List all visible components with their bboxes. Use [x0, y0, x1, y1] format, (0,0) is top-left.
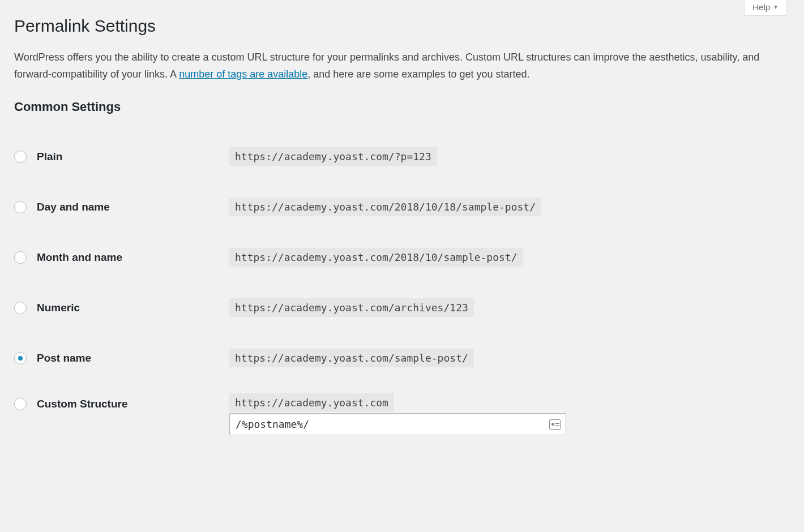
permalink-option-label: Plain	[37, 151, 62, 163]
radio-numeric[interactable]	[14, 302, 27, 314]
permalink-example-numeric: https://academy.yoast.com/archives/123	[229, 298, 474, 317]
permalink-option-numeric[interactable]: Numeric	[14, 302, 224, 314]
help-tab[interactable]: Help ▼	[744, 0, 787, 16]
radio-plain[interactable]	[14, 151, 27, 163]
custom-structure-input[interactable]	[229, 413, 566, 435]
permalink-option-label: Custom Structure	[37, 398, 127, 410]
radio-custom[interactable]	[14, 398, 27, 410]
permalink-option-day-name[interactable]: Day and name	[14, 201, 224, 213]
permalink-example-day-name: https://academy.yoast.com/2018/10/18/sam…	[229, 198, 541, 216]
radio-month-name[interactable]	[14, 251, 27, 264]
permalink-option-month-name[interactable]: Month and name	[14, 251, 224, 264]
permalink-option-label: Day and name	[37, 201, 110, 213]
permalink-example-month-name: https://academy.yoast.com/2018/10/sample…	[229, 248, 523, 267]
permalink-option-label: Post name	[37, 352, 91, 364]
permalink-option-label: Numeric	[37, 302, 80, 314]
permalink-example-plain: https://academy.yoast.com/?p=123	[229, 147, 437, 166]
permalink-option-custom[interactable]: Custom Structure	[14, 396, 224, 410]
page-description: WordPress offers you the ability to crea…	[14, 49, 762, 83]
custom-structure-base-url: https://academy.yoast.com	[229, 393, 394, 412]
permalink-option-label: Month and name	[37, 251, 122, 264]
page-title: Permalink Settings	[14, 11, 790, 38]
permalink-option-post-name[interactable]: Post name	[14, 352, 224, 364]
common-settings-heading: Common Settings	[14, 100, 790, 114]
chevron-down-icon: ▼	[773, 4, 779, 10]
permalink-example-post-name: https://academy.yoast.com/sample-post/	[229, 349, 474, 367]
permalink-option-plain[interactable]: Plain	[14, 151, 224, 163]
contact-card-icon	[549, 419, 561, 430]
tags-available-link[interactable]: number of tags are available	[179, 68, 307, 80]
radio-day-name[interactable]	[14, 201, 27, 213]
help-tab-label: Help	[752, 2, 770, 12]
radio-post-name[interactable]	[14, 352, 27, 364]
description-text-after: , and here are some examples to get you …	[307, 68, 529, 80]
